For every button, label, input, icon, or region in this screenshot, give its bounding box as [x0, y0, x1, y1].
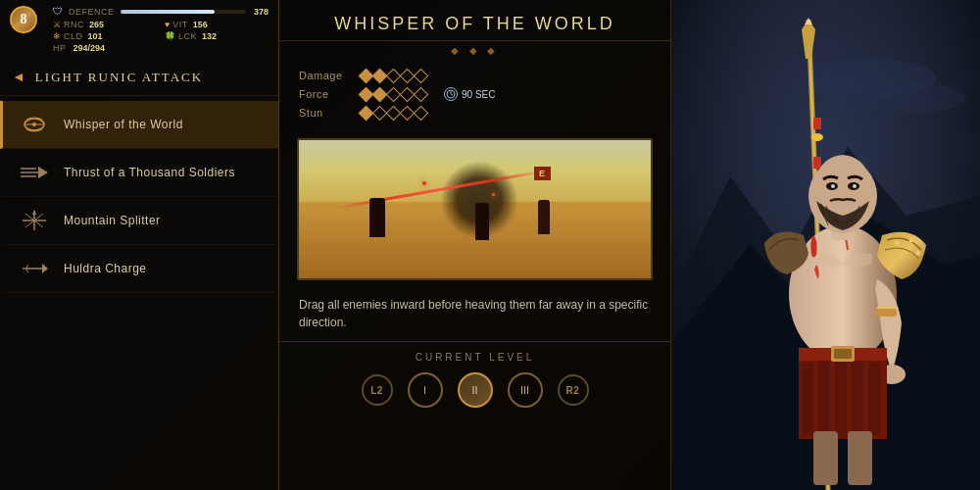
level-section: CURRENT LEVEL L2 I II III R2 [279, 341, 670, 417]
cld-icon: ❄ [53, 31, 61, 41]
stun-row: Stun [299, 107, 651, 119]
hp-row: HP 294/294 [53, 43, 269, 53]
damage-row: Damage [299, 70, 651, 81]
defence-bar [121, 10, 246, 14]
vit-label: VIT [172, 20, 188, 29]
attack-name-whisper: Whisper of the World [64, 118, 183, 131]
svg-point-28 [811, 133, 823, 141]
force-diamonds [361, 89, 426, 100]
svg-rect-27 [813, 157, 821, 169]
svg-marker-6 [38, 167, 48, 178]
level-pip-2[interactable]: II [458, 372, 493, 408]
level-controls: L2 I II III R2 [299, 372, 651, 408]
level-btn-l2[interactable]: L2 [362, 374, 393, 406]
svg-rect-48 [834, 349, 852, 359]
equip-badge: E [534, 167, 551, 180]
rnc-icon: ⚔ [53, 20, 61, 29]
preview-scene [299, 140, 651, 278]
cld-value: 101 [88, 31, 103, 41]
rnc-label: RNC [64, 20, 84, 29]
level-title: CURRENT LEVEL [299, 352, 651, 363]
lck-label: LCK [178, 31, 197, 41]
rnc-value: 265 [89, 20, 104, 29]
lck-icon: 🍀 [165, 31, 175, 41]
svg-rect-49 [875, 309, 897, 317]
lck-value: 132 [202, 31, 217, 41]
middle-panel: WHISPER OF THE WORLD ◆ ◆ ◆ Damage Force [279, 0, 671, 490]
hp-values: 294/294 [74, 43, 106, 53]
attack-name-thrust: Thrust of a Thousand Soldiers [64, 166, 235, 179]
force-row: Force 90 SEC [299, 87, 651, 101]
attack-item-huldra[interactable]: Huldra Charge [0, 245, 278, 293]
left-panel: 8 🛡 DEFENCE 378 ⚔ RNC 265 [0, 0, 279, 490]
svg-point-30 [895, 241, 900, 246]
level-pip-1[interactable]: I [408, 372, 443, 408]
damage-label: Damage [299, 70, 353, 81]
diamond-s5 [414, 105, 429, 121]
attack-name-huldra: Huldra Charge [64, 262, 147, 275]
svg-rect-45 [852, 361, 863, 436]
vit-stat: ♥ VIT 156 [165, 20, 269, 29]
svg-point-37 [831, 184, 835, 188]
defence-value: 378 [254, 7, 269, 17]
level-badge: 8 [10, 6, 37, 33]
svg-rect-50 [877, 307, 895, 309]
attack-item-whisper[interactable]: Whisper of the World [0, 101, 278, 149]
title-ornament: ◆ ◆ ◆ [279, 41, 670, 60]
attack-item-thrust[interactable]: Thrust of a Thousand Soldiers [0, 149, 278, 197]
stats-area: 8 🛡 DEFENCE 378 ⚔ RNC 265 [0, 0, 278, 60]
thrust-icon [17, 159, 52, 186]
svg-point-32 [916, 251, 921, 256]
diamond-f5 [414, 86, 429, 102]
svg-point-21 [867, 83, 965, 113]
svg-point-38 [853, 184, 857, 188]
particle-1 [422, 181, 426, 185]
vit-icon: ♥ [165, 20, 170, 29]
ability-description: Drag all enemies inward before heaving t… [279, 290, 670, 341]
stats-columns: ⚔ RNC 265 ♥ VIT 156 ❄ CLD 101 [53, 20, 269, 41]
figure-1 [369, 198, 385, 237]
svg-rect-51 [813, 431, 838, 485]
attack-item-mountain[interactable]: Mountain Splitter [0, 197, 278, 245]
attack-list: Whisper of the World Thrust of a Thousan… [0, 96, 278, 298]
defence-row: 🛡 DEFENCE 378 [53, 6, 269, 17]
huldra-icon [17, 255, 52, 282]
whisper-icon [17, 111, 52, 138]
figure-3 [538, 200, 550, 234]
shield-icon: 🛡 [53, 6, 63, 17]
right-panel [671, 0, 980, 490]
svg-rect-44 [835, 361, 847, 439]
force-label: Force [299, 88, 353, 100]
level-btn-r2[interactable]: R2 [558, 374, 589, 406]
ability-title: WHISPER OF THE WORLD [279, 0, 670, 41]
lck-stat: 🍀 LCK 132 [165, 31, 269, 41]
hp-label: HP [53, 43, 67, 53]
cld-stat: ❄ CLD 101 [53, 31, 157, 41]
svg-rect-43 [818, 361, 830, 437]
vit-value: 156 [193, 20, 208, 29]
svg-rect-26 [813, 118, 821, 129]
cld-label: CLD [64, 31, 83, 41]
rnc-stat: ⚔ RNC 265 [53, 20, 157, 29]
kratos-art [671, 0, 980, 490]
cooldown-value: 90 SEC [462, 89, 495, 100]
figure-2 [475, 203, 489, 240]
section-title: LIGHT RUNIC ATTACK [35, 70, 203, 85]
stun-label: Stun [299, 107, 353, 119]
cooldown-badge: 90 SEC [444, 87, 495, 101]
svg-rect-46 [868, 363, 880, 435]
ability-preview [297, 138, 653, 280]
ability-stats: Damage Force [279, 60, 670, 134]
section-header: ◄ LIGHT RUNIC ATTACK [0, 60, 278, 96]
svg-rect-52 [848, 431, 872, 485]
svg-marker-11 [32, 210, 36, 215]
level-pip-3[interactable]: III [508, 372, 543, 408]
svg-rect-42 [802, 363, 813, 436]
chevron-left-icon: ◄ [12, 70, 27, 85]
diamond-d5 [414, 68, 429, 83]
svg-line-16 [451, 94, 453, 95]
svg-point-2 [32, 122, 36, 126]
svg-point-31 [909, 238, 914, 243]
stun-diamonds [361, 108, 426, 119]
attack-name-mountain: Mountain Splitter [64, 214, 161, 227]
